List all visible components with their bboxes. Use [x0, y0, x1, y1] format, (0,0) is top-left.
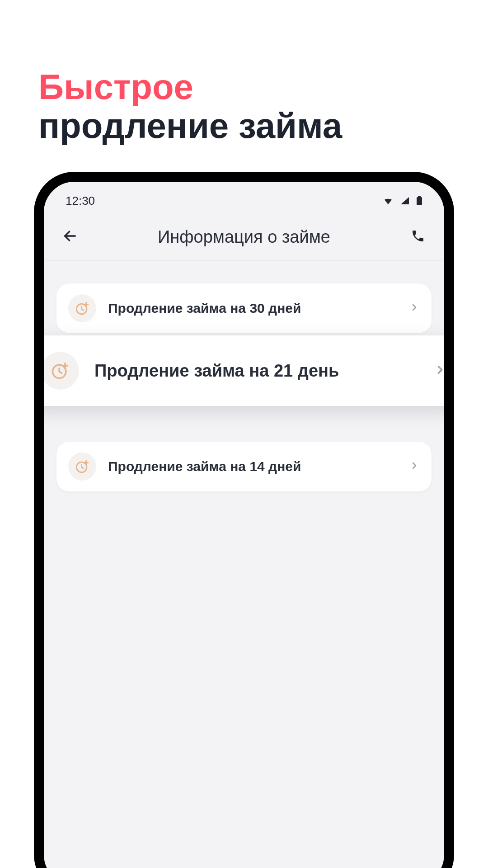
signal-icon [400, 196, 410, 205]
phone-icon [411, 229, 425, 245]
arrow-left-icon [62, 228, 78, 245]
chevron-right-icon [409, 460, 420, 473]
extension-option-14-days[interactable]: Продление займа на 14 дней [56, 442, 432, 491]
chevron-right-icon [433, 363, 447, 378]
svg-rect-1 [417, 197, 422, 205]
status-icons [383, 196, 422, 206]
extension-option-30-days[interactable]: Продление займа на 30 дней [56, 283, 432, 333]
promo-line-2: продление займа [38, 107, 461, 146]
clock-plus-icon [68, 294, 96, 322]
chevron-right-icon [409, 302, 420, 315]
phone-mockup-frame: 12:30 Информация о займе [34, 172, 454, 868]
extension-option-21-days[interactable]: Продление займа на 21 день [34, 335, 454, 406]
option-label: Продление займа на 14 дней [108, 459, 409, 474]
option-label: Продление займа на 30 дней [108, 301, 409, 316]
status-time: 12:30 [66, 194, 95, 208]
option-label: Продление займа на 21 день [94, 361, 433, 381]
promo-line-1: Быстрое [38, 68, 461, 107]
promo-heading: Быстрое продление займа [38, 68, 461, 146]
battery-icon [416, 196, 422, 206]
call-button[interactable] [408, 227, 428, 247]
svg-rect-0 [418, 196, 421, 197]
clock-plus-icon [68, 453, 96, 481]
options-list: Продление займа на 30 дней Продление зай… [44, 261, 444, 491]
back-button[interactable] [60, 227, 80, 247]
wifi-icon [383, 196, 394, 205]
app-header: Информация о займе [44, 214, 444, 261]
status-bar: 12:30 [44, 182, 444, 214]
clock-plus-icon [41, 352, 79, 390]
page-title: Информация о займе [80, 227, 408, 247]
